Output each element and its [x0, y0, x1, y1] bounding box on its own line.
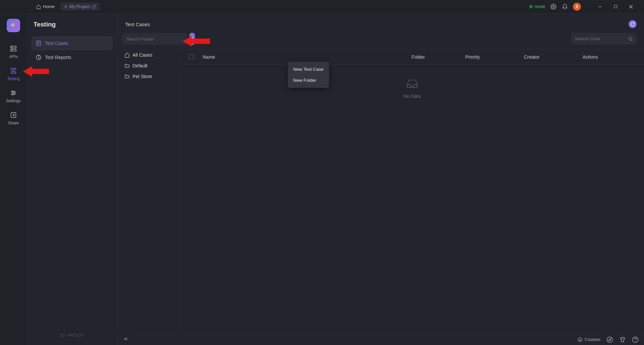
- svg-point-36: [607, 337, 613, 342]
- refresh-button[interactable]: [629, 20, 637, 28]
- folder-item-all-cases[interactable]: All Cases: [122, 50, 176, 60]
- cookies-button[interactable]: Cookies: [578, 337, 600, 342]
- maximize-icon: [614, 5, 618, 8]
- help-icon[interactable]: [632, 336, 639, 343]
- icon-rail: APIs Testing Settings Share: [0, 13, 27, 345]
- tshirt-icon[interactable]: [619, 336, 626, 343]
- svg-point-35: [580, 341, 580, 341]
- close-tab-icon[interactable]: ✕: [64, 4, 67, 9]
- invite-button[interactable]: Invite: [529, 4, 545, 9]
- home-outline-icon: [124, 52, 130, 58]
- search-case-input[interactable]: [571, 33, 637, 45]
- dropdown-new-test-case[interactable]: New Test Case: [288, 64, 329, 75]
- tab-project[interactable]: ✕ My Project: [61, 3, 99, 10]
- notifications-button[interactable]: [561, 3, 568, 10]
- brand-icon: [60, 333, 65, 338]
- svg-point-28: [62, 335, 63, 336]
- main-layout: APIs Testing Settings Share Testing Test…: [0, 13, 644, 345]
- rail-item-testing[interactable]: Testing: [0, 63, 27, 85]
- folder-item-pet-store[interactable]: Pet Store: [122, 71, 176, 82]
- brand-label: APIDOG: [67, 333, 84, 338]
- sidebar-item-test-cases[interactable]: Test Cases: [32, 36, 113, 50]
- select-all-checkbox[interactable]: [189, 54, 194, 59]
- svg-marker-37: [609, 338, 611, 341]
- tab-home[interactable]: Home: [33, 3, 58, 10]
- th-creator[interactable]: Creator: [518, 54, 577, 60]
- logo-icon: [9, 21, 18, 30]
- add-dropdown: New Test Case New Folder: [288, 62, 329, 88]
- rail-settings-label: Settings: [6, 99, 20, 103]
- invite-label: Invite: [535, 4, 545, 9]
- folder-all-cases-label: All Cases: [132, 52, 152, 58]
- titlebar: Home ✕ My Project Invite S: [0, 0, 644, 13]
- svg-point-3: [553, 6, 554, 7]
- th-folder[interactable]: Folder: [406, 54, 460, 60]
- rail-item-apis[interactable]: APIs: [0, 41, 27, 63]
- folder-panel: All Cases Default Pet Store: [118, 33, 180, 334]
- settings-icon: [10, 89, 17, 97]
- svg-point-19: [14, 92, 15, 94]
- maximize-button[interactable]: [608, 1, 623, 12]
- folder-icon: [124, 74, 130, 79]
- app-logo[interactable]: [7, 19, 20, 32]
- empty-state: No Data: [180, 65, 644, 99]
- search-folder-input[interactable]: [122, 33, 187, 45]
- test-reports-icon: [36, 54, 42, 60]
- side-panel: Testing Test Cases Test Reports APIDOG: [27, 13, 117, 345]
- compass-icon[interactable]: [606, 336, 613, 343]
- svg-point-0: [530, 5, 532, 7]
- rail-share-label: Share: [8, 121, 19, 125]
- titlebar-right: Invite S: [529, 1, 641, 12]
- apis-icon: [10, 45, 17, 52]
- svg-point-11: [12, 50, 12, 50]
- folder-icon: [124, 63, 130, 68]
- dropdown-new-folder[interactable]: New Folder: [288, 75, 329, 86]
- testing-icon: [10, 67, 17, 74]
- table-area: Name Folder Priority Creator Actions No …: [180, 33, 644, 334]
- search-case-wrap: [571, 33, 637, 45]
- table-header: Name Folder Priority Creator Actions: [180, 49, 644, 65]
- rail-item-share[interactable]: Share: [0, 107, 27, 129]
- invite-icon: [529, 4, 534, 9]
- titlebar-tabs: Home ✕ My Project: [3, 3, 529, 10]
- tab-project-label: My Project: [69, 4, 90, 9]
- svg-point-33: [579, 340, 579, 340]
- sidebar-item-test-reports[interactable]: Test Reports: [32, 50, 113, 64]
- settings-gear-button[interactable]: [550, 3, 557, 10]
- avatar-initial: S: [576, 4, 578, 9]
- close-window-button[interactable]: [623, 1, 639, 12]
- test-cases-icon: [36, 40, 42, 46]
- content-area: Test Cases All Cases: [117, 13, 644, 345]
- th-priority[interactable]: Priority: [460, 54, 518, 60]
- rail-item-settings[interactable]: Settings: [0, 85, 27, 107]
- gear-icon: [550, 4, 556, 10]
- minimize-button[interactable]: [592, 1, 608, 12]
- bell-icon: [562, 4, 568, 10]
- side-footer: APIDOG: [32, 333, 113, 338]
- footer-right: Cookies: [578, 336, 639, 343]
- svg-rect-5: [614, 5, 617, 8]
- rail-testing-label: Testing: [7, 76, 20, 81]
- external-icon: [92, 5, 96, 9]
- page-title: Test Cases: [125, 21, 150, 27]
- sidebar-test-reports-label: Test Reports: [45, 55, 71, 60]
- side-panel-title: Testing: [32, 21, 113, 28]
- empty-label: No Data: [404, 94, 421, 99]
- svg-point-10: [12, 47, 12, 47]
- footerbar: Cookies: [118, 334, 644, 345]
- content-header: Test Cases: [118, 13, 644, 33]
- collapse-panel-button[interactable]: [123, 336, 128, 343]
- th-actions: Actions: [577, 54, 644, 60]
- folder-item-default[interactable]: Default: [122, 60, 176, 71]
- avatar[interactable]: S: [573, 3, 581, 11]
- svg-point-34: [580, 340, 581, 340]
- svg-rect-12: [11, 68, 16, 70]
- tab-home-label: Home: [43, 4, 55, 9]
- svg-point-18: [12, 91, 13, 92]
- minimize-icon: [598, 5, 602, 9]
- folder-default-label: Default: [132, 63, 147, 68]
- svg-point-31: [629, 37, 632, 40]
- th-name[interactable]: Name: [197, 54, 406, 60]
- cookies-label: Cookies: [585, 337, 600, 342]
- close-icon: [629, 5, 633, 9]
